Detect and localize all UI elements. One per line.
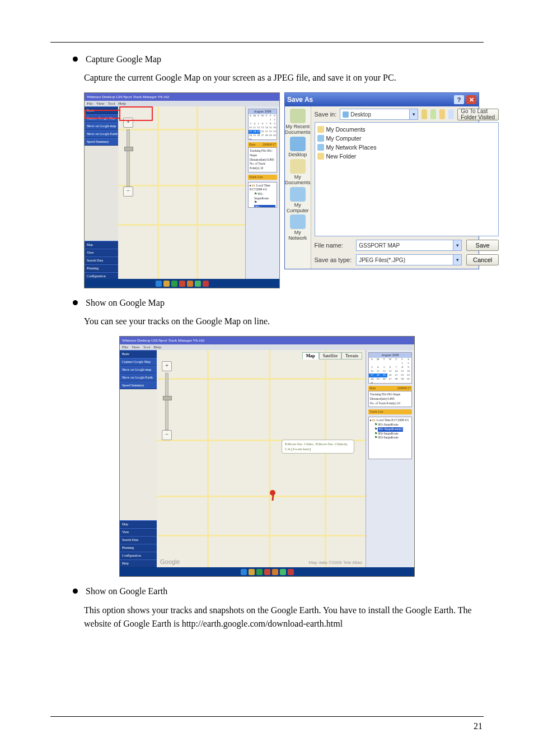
chevron-down-icon[interactable]: ▾: [409, 109, 418, 119]
sidebar-item-speed[interactable]: Speed Summary: [120, 381, 157, 389]
cancel-button[interactable]: Cancel: [466, 254, 499, 265]
zoom-slider[interactable]: + −: [121, 118, 135, 202]
map-area[interactable]: Google + −: [118, 106, 245, 288]
menu-item[interactable]: View: [96, 101, 105, 106]
chevron-down-icon[interactable]: ▾: [453, 240, 461, 250]
menu-item[interactable]: Help: [118, 101, 126, 106]
sidebar-item-planning[interactable]: Planning: [120, 544, 157, 552]
chevron-down-icon[interactable]: ▾: [453, 255, 461, 265]
menu-item[interactable]: View: [132, 345, 140, 349]
filename-input[interactable]: GSSPORT MAP ▾: [356, 240, 462, 251]
sidebar-item-capture[interactable]: Capture Google Map: [85, 114, 118, 122]
sidebar-item-help[interactable]: Help: [120, 559, 157, 567]
zoom-in-icon[interactable]: +: [123, 118, 133, 128]
sidebar-item-basic[interactable]: Basic: [120, 350, 157, 358]
save-button[interactable]: Save: [466, 240, 499, 251]
menu-item[interactable]: File: [122, 345, 128, 349]
close-icon[interactable]: ✕: [466, 95, 476, 104]
track-tree[interactable]: ▸ 🗀 Local Time 8/17/2008 4:5⚑ 001-SnapsR…: [248, 182, 277, 208]
taskbar-icon[interactable]: [163, 281, 170, 287]
sidebar-item-map[interactable]: Map: [120, 520, 157, 528]
bullet-showmap: Show on Google Map: [73, 296, 484, 309]
tab-terrain[interactable]: Terrain: [341, 352, 362, 360]
back-icon[interactable]: [421, 109, 427, 119]
zoom-out-icon[interactable]: −: [162, 430, 172, 440]
listing-item[interactable]: My Documents: [317, 125, 496, 134]
sidebar-item-config[interactable]: Configuration: [120, 552, 157, 559]
type-combo[interactable]: JPEG Files(*.JPG) ▾: [356, 254, 462, 265]
help-icon[interactable]: ?: [454, 95, 464, 104]
taskbar-icon[interactable]: [256, 569, 263, 575]
tree-node[interactable]: ⚑ 001-SnapsRoute: [370, 423, 410, 427]
taskbar-icon[interactable]: [179, 281, 185, 287]
places-item[interactable]: My Recent Documents: [285, 109, 311, 136]
views-icon[interactable]: [448, 109, 454, 119]
tree-root[interactable]: ▸ 🗀 Local Time 8/17/2008 4:5: [370, 418, 410, 423]
listing-item[interactable]: My Network Places: [317, 143, 496, 152]
places-item[interactable]: Desktop: [288, 137, 307, 158]
app-body: Basic Capture Google Map Show on Google …: [85, 106, 279, 288]
sidebar-item-basic[interactable]: Basic: [85, 106, 118, 114]
up-icon[interactable]: [430, 109, 436, 119]
taskbar-icon[interactable]: [249, 569, 255, 575]
tree-node[interactable]: ⚑ 001-SnapsRoute: [250, 192, 275, 200]
places-item[interactable]: My Computer: [285, 187, 311, 214]
sidebar-item-speed[interactable]: Speed Summary: [85, 138, 118, 146]
go-last-folder-button[interactable]: Go To Last Folder Visited: [457, 109, 499, 120]
zoom-slider[interactable]: + −: [160, 361, 174, 445]
taskbar-icon[interactable]: [241, 569, 247, 575]
calendar[interactable]: August 2008 SMTWTFS123456789101112131415…: [368, 352, 412, 384]
sidebar-item-showearth[interactable]: Show on Google Earth: [120, 374, 157, 381]
sidebar-item-search[interactable]: Search Data: [120, 536, 157, 544]
taskbar-icon[interactable]: [288, 569, 294, 575]
map-area[interactable]: Map Satellite Terrain + − Edison-Ste. Ch…: [157, 350, 366, 567]
trackinfo-row: No. of Track Point(s) 10: [250, 162, 275, 170]
sidebar-item-view[interactable]: View: [85, 249, 118, 256]
tab-satellite[interactable]: Satellite: [319, 352, 341, 360]
sidebar-item-view[interactable]: View: [120, 528, 157, 536]
sidebar-item-showmap[interactable]: Show on Google map: [85, 122, 118, 130]
track-tree[interactable]: ▸ 🗀 Local Time 8/17/2008 4:5⚑ 001-SnapsR…: [368, 417, 412, 459]
listing-label: My Documents: [326, 126, 366, 133]
taskbar-icon[interactable]: [171, 281, 177, 287]
folder-icon: [343, 111, 349, 118]
places-item[interactable]: My Network: [285, 214, 311, 241]
tree-node[interactable]: ⚑ 002-SnapsRoute: [370, 432, 410, 436]
savein-combo[interactable]: Desktop ▾: [340, 109, 418, 120]
sidebar-item-map[interactable]: Map: [85, 241, 118, 249]
place-label: My Recent Documents: [285, 124, 311, 136]
sidebar-item-planning[interactable]: Planning: [85, 264, 118, 272]
map-balloon[interactable]: Edison-Ste. Chino. Edison-Ste. Chinois, …: [282, 440, 354, 454]
file-listing[interactable]: My DocumentsMy ComputerMy Network Places…: [315, 122, 499, 236]
taskbar-icon[interactable]: [272, 569, 278, 575]
menu-item[interactable]: Help: [153, 345, 161, 349]
tree-node[interactable]: ⚑ 001-SnapsRoute(2): [370, 427, 410, 432]
tree-node[interactable]: ⚑ 001-SnapsRoute(2): [250, 200, 275, 207]
zoom-out-icon[interactable]: −: [123, 186, 133, 197]
taskbar: [120, 567, 414, 576]
tree-root[interactable]: ▸ 🗀 Local Time 8/17/2008 4:5: [250, 184, 275, 192]
menu-item[interactable]: File: [87, 101, 93, 106]
listing-item[interactable]: New Folder: [317, 152, 496, 161]
taskbar-icon[interactable]: [156, 281, 162, 287]
listing-item[interactable]: My Computer: [317, 134, 496, 143]
taskbar-icon[interactable]: [203, 281, 209, 287]
sidebar-item-showearth[interactable]: Show on Google Earth: [85, 130, 118, 138]
taskbar-icon[interactable]: [264, 569, 270, 575]
tree-node[interactable]: ⚑ 003-SnapsRoute: [370, 436, 410, 440]
calendar[interactable]: August 2008 SMTWTFS123456789101112131415…: [248, 109, 277, 140]
zoom-in-icon[interactable]: +: [162, 361, 172, 371]
places-item[interactable]: My Documents: [285, 159, 311, 186]
tab-map[interactable]: Map: [302, 352, 319, 360]
map-pin-icon[interactable]: [269, 490, 277, 501]
sidebar-item-capture[interactable]: Capture Google Map: [120, 358, 157, 366]
new-folder-icon[interactable]: [439, 109, 445, 119]
menu-item[interactable]: Tool: [143, 345, 151, 349]
sidebar-item-search[interactable]: Search Data: [85, 256, 118, 264]
taskbar-icon[interactable]: [187, 281, 193, 287]
taskbar-icon[interactable]: [195, 281, 201, 287]
taskbar-icon[interactable]: [280, 569, 286, 575]
sidebar-item-showmap[interactable]: Show on Google map: [120, 366, 157, 374]
dialog-title-bar: Save As ? ✕: [285, 93, 479, 106]
menu-item[interactable]: Tool: [108, 101, 115, 106]
